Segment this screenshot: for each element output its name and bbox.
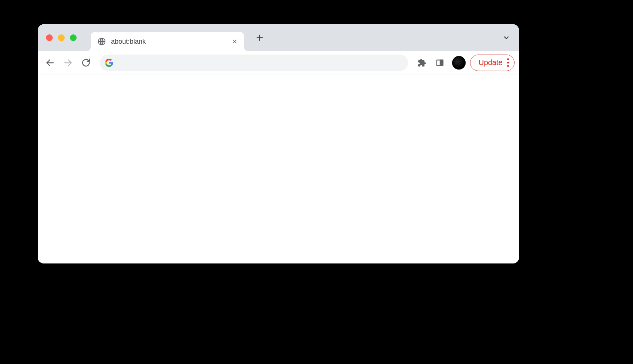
- tab-search-button[interactable]: [499, 30, 514, 45]
- forward-button[interactable]: [60, 55, 76, 71]
- address-bar[interactable]: [100, 55, 408, 71]
- browser-window: about:blank: [38, 24, 519, 263]
- toolbar: Update: [38, 51, 519, 74]
- extensions-button[interactable]: [414, 55, 430, 71]
- close-tab-button[interactable]: [231, 37, 239, 46]
- update-button[interactable]: Update: [470, 55, 515, 71]
- globe-icon: [98, 37, 106, 46]
- window-controls: [46, 34, 77, 41]
- update-label: Update: [479, 58, 503, 67]
- reload-button[interactable]: [78, 55, 94, 71]
- close-window-button[interactable]: [46, 34, 53, 41]
- profile-avatar[interactable]: [452, 56, 466, 70]
- back-button[interactable]: [42, 55, 58, 71]
- address-input[interactable]: [117, 59, 403, 67]
- side-panel-button[interactable]: [432, 55, 448, 71]
- tab-title: about:blank: [111, 38, 225, 46]
- tab-strip: about:blank: [38, 24, 519, 51]
- browser-tab[interactable]: about:blank: [91, 32, 244, 51]
- maximize-window-button[interactable]: [70, 34, 77, 41]
- svg-rect-9: [440, 60, 442, 65]
- more-icon: [507, 58, 509, 67]
- new-tab-button[interactable]: [252, 30, 267, 45]
- minimize-window-button[interactable]: [58, 34, 65, 41]
- google-search-icon: [105, 59, 113, 67]
